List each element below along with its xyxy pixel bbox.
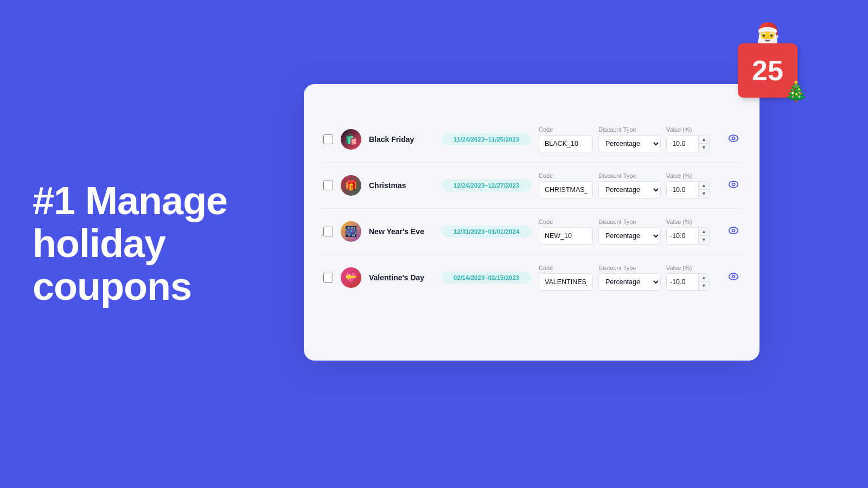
value-spinner-valentines-day: ▲ ▼ [666, 273, 710, 291]
coupon-avatar-valentines-day: 💝 [341, 267, 361, 288]
spinner-controls-new-years-eve: ▲ ▼ [698, 228, 709, 244]
coupon-row-christmas: 🎁 Christmas 12/24/2023–12/27/2023 Code D… [323, 163, 740, 209]
coupon-fields-valentines-day: Code Discount Type PercentageFixed Value… [539, 265, 719, 291]
svg-point-3 [732, 183, 735, 185]
coupon-name-new-years-eve: New Year's Eve [369, 227, 434, 236]
value-label-christmas: Value (%) [666, 172, 710, 179]
discount-type-block-christmas: Discount Type PercentageFixed [598, 172, 661, 198]
value-label-new-years-eve: Value (%) [666, 219, 710, 225]
coupon-list: 🛍️ Black Friday 11/24/2023–11/25/2023 Co… [323, 117, 740, 300]
code-field-block-black-friday: Code [539, 126, 593, 152]
discount-type-select-valentines-day[interactable]: PercentageFixed [598, 273, 661, 291]
value-decrement-black-friday[interactable]: ▼ [699, 144, 709, 152]
coupon-name-christmas: Christmas [369, 181, 434, 190]
value-increment-black-friday[interactable]: ▲ [699, 136, 709, 144]
coupon-row-new-years-eve: 🎆 New Year's Eve 12/31/2023–01/01/2024 C… [323, 209, 740, 255]
calendar-day: 25 [752, 56, 783, 85]
value-field-block-new-years-eve: Value (%) ▲ ▼ [666, 219, 710, 245]
coupon-name-black-friday: Black Friday [369, 135, 434, 144]
view-coupon-btn-christmas[interactable] [727, 178, 740, 194]
value-spinner-christmas: ▲ ▼ [666, 181, 710, 198]
svg-point-5 [732, 229, 735, 232]
value-field-block-black-friday: Value (%) ▲ ▼ [666, 126, 710, 152]
view-coupon-btn-black-friday[interactable] [727, 132, 740, 147]
coupon-date-christmas: 12/24/2023–12/27/2023 [442, 179, 531, 191]
code-field-block-new-years-eve: Code [539, 219, 593, 245]
value-spinner-new-years-eve: ▲ ▼ [666, 227, 710, 245]
hero-title: #1 Manage holiday coupons [33, 179, 282, 309]
svg-point-4 [729, 227, 738, 234]
coupon-date-valentines-day: 02/14/2023–02/15/2023 [442, 272, 531, 284]
value-input-new-years-eve[interactable] [667, 228, 698, 244]
value-decrement-christmas[interactable]: ▼ [699, 190, 709, 198]
code-label-christmas: Code [539, 172, 593, 179]
value-input-valentines-day[interactable] [667, 274, 698, 290]
code-label-black-friday: Code [539, 126, 593, 133]
code-input-black-friday[interactable] [539, 135, 593, 152]
value-input-black-friday[interactable] [667, 136, 698, 152]
discount-type-label-valentines-day: Discount Type [598, 265, 661, 271]
coupon-fields-new-years-eve: Code Discount Type PercentageFixed Value… [539, 219, 719, 245]
value-input-christmas[interactable] [667, 182, 698, 198]
value-increment-new-years-eve[interactable]: ▲ [699, 228, 709, 236]
value-increment-valentines-day[interactable]: ▲ [699, 274, 709, 282]
value-label-black-friday: Value (%) [666, 126, 710, 133]
coupon-row-valentines-day: 💝 Valentine's Day 02/14/2023–02/15/2023 … [323, 255, 740, 300]
code-field-block-valentines-day: Code [539, 265, 593, 291]
svg-point-6 [729, 273, 738, 280]
coupon-fields-black-friday: Code Discount Type PercentageFixed Value… [539, 126, 719, 152]
value-field-block-christmas: Value (%) ▲ ▼ [666, 172, 710, 198]
value-field-block-valentines-day: Value (%) ▲ ▼ [666, 265, 710, 291]
value-decrement-new-years-eve[interactable]: ▼ [699, 236, 709, 244]
svg-point-7 [732, 275, 735, 278]
coupon-checkbox-christmas[interactable] [323, 181, 333, 190]
discount-type-select-black-friday[interactable]: PercentageFixed [598, 135, 661, 152]
view-coupon-btn-valentines-day[interactable] [727, 270, 740, 286]
discount-type-select-christmas[interactable]: PercentageFixed [598, 181, 661, 198]
spinner-controls-black-friday: ▲ ▼ [698, 136, 709, 152]
discount-type-select-new-years-eve[interactable]: PercentageFixed [598, 227, 661, 245]
discount-type-label-black-friday: Discount Type [598, 126, 661, 133]
code-label-new-years-eve: Code [539, 219, 593, 225]
value-label-valentines-day: Value (%) [666, 265, 710, 271]
discount-type-label-new-years-eve: Discount Type [598, 219, 661, 225]
discount-type-label-christmas: Discount Type [598, 172, 661, 179]
coupon-row-black-friday: 🛍️ Black Friday 11/24/2023–11/25/2023 Co… [323, 117, 740, 163]
code-input-valentines-day[interactable] [539, 273, 593, 291]
code-input-new-years-eve[interactable] [539, 227, 593, 245]
coupon-date-black-friday: 11/24/2023–11/25/2023 [442, 133, 531, 145]
code-input-christmas[interactable] [539, 181, 593, 198]
svg-point-2 [729, 181, 738, 188]
value-increment-christmas[interactable]: ▲ [699, 182, 709, 190]
coupon-name-valentines-day: Valentine's Day [369, 273, 434, 282]
coupon-fields-christmas: Code Discount Type PercentageFixed Value… [539, 172, 719, 198]
value-spinner-black-friday: ▲ ▼ [666, 135, 710, 152]
value-decrement-valentines-day[interactable]: ▼ [699, 282, 709, 290]
discount-type-block-valentines-day: Discount Type PercentageFixed [598, 265, 661, 291]
coupon-avatar-new-years-eve: 🎆 [341, 221, 361, 242]
svg-point-0 [729, 135, 738, 142]
coupon-avatar-christmas: 🎁 [341, 175, 361, 196]
santa-calendar-decoration: 🎅 25 🎄 [738, 43, 814, 114]
coupon-checkbox-black-friday[interactable] [323, 134, 333, 144]
discount-type-block-black-friday: Discount Type PercentageFixed [598, 126, 661, 152]
coupon-date-new-years-eve: 12/31/2023–01/01/2024 [442, 226, 531, 237]
svg-point-1 [732, 137, 735, 139]
code-label-valentines-day: Code [539, 265, 593, 271]
spinner-controls-christmas: ▲ ▼ [698, 182, 709, 198]
code-field-block-christmas: Code [539, 172, 593, 198]
discount-type-block-new-years-eve: Discount Type PercentageFixed [598, 219, 661, 245]
view-coupon-btn-new-years-eve[interactable] [727, 224, 740, 240]
coupon-management-card: 🛍️ Black Friday 11/24/2023–11/25/2023 Co… [304, 84, 760, 361]
coupon-checkbox-new-years-eve[interactable] [323, 227, 333, 236]
coupon-avatar-black-friday: 🛍️ [341, 129, 361, 150]
tree-icon: 🎄 [784, 80, 808, 103]
coupon-checkbox-valentines-day[interactable] [323, 273, 333, 282]
spinner-controls-valentines-day: ▲ ▼ [698, 274, 709, 290]
